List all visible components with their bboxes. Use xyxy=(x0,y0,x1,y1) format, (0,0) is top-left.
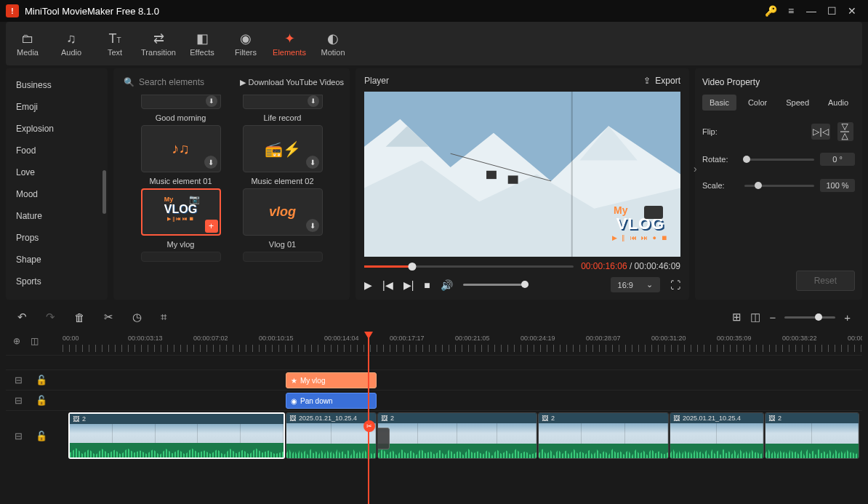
hamburger-menu-icon[interactable]: ≡ xyxy=(781,1,801,21)
volume-slider[interactable] xyxy=(463,284,529,286)
flip-horizontal-button[interactable]: ▷|◁ xyxy=(811,124,830,140)
element-thumb-myvlog[interactable]: My 📷 VLOG ▶ ‖ ⏮ ⏭ ⏹ + xyxy=(141,188,221,236)
category-item[interactable]: Explosion xyxy=(16,118,108,140)
category-item[interactable]: Nature xyxy=(16,205,108,227)
video-clip-6[interactable]: 🖼2 xyxy=(765,412,859,459)
export-button[interactable]: ⇪Export xyxy=(643,76,680,86)
scrollbar-thumb[interactable] xyxy=(103,170,106,214)
rotate-slider[interactable] xyxy=(744,159,814,161)
delete-button[interactable]: 🗑 xyxy=(74,311,85,324)
mute-track-icon[interactable]: ⊟ xyxy=(15,375,23,385)
tab-audio-prop[interactable]: Audio xyxy=(821,95,856,111)
download-icon[interactable]: ⬇ xyxy=(206,95,217,107)
add-element-button[interactable]: + xyxy=(205,220,218,233)
zoom-in-button[interactable]: + xyxy=(844,311,851,324)
main-toolbar: 🗀Media ♫Audio TTText ⇄Transition ◧Effect… xyxy=(6,22,862,65)
snap-toggle[interactable]: ⊞ xyxy=(732,311,742,324)
zoom-out-button[interactable]: − xyxy=(769,311,776,324)
track-options-button[interactable]: ◫ xyxy=(31,336,39,346)
track-toggle[interactable]: ◫ xyxy=(750,311,760,324)
prev-frame-button[interactable]: |◀ xyxy=(382,279,393,291)
next-frame-button[interactable]: ▶| xyxy=(403,279,414,291)
download-icon[interactable]: ⬇ xyxy=(204,156,217,169)
element-thumb-vlog01[interactable]: vlog⬇ xyxy=(243,188,323,236)
tab-audio[interactable]: ♫Audio xyxy=(49,22,93,65)
scale-value[interactable]: 100 % xyxy=(820,179,855,192)
maximize-button[interactable]: ☐ xyxy=(821,1,842,21)
zoom-slider[interactable] xyxy=(784,316,835,319)
category-item[interactable]: Food xyxy=(16,140,108,161)
element-thumb-life-record[interactable]: ⬇ xyxy=(243,95,323,109)
tab-motion[interactable]: ◐Motion xyxy=(311,22,355,65)
mute-track-icon[interactable]: ⊟ xyxy=(15,431,23,441)
tab-filters[interactable]: ◉Filters xyxy=(224,22,268,65)
mute-track-icon[interactable]: ⊟ xyxy=(15,395,23,406)
element-thumb-partial[interactable] xyxy=(141,252,221,262)
redo-button[interactable]: ↷ xyxy=(46,311,55,324)
timeline: ⊕ ◫ 00:00 00:00:03:13 00:00:07:02 00:00:… xyxy=(6,333,862,461)
tab-effects[interactable]: ◧Effects xyxy=(180,22,224,65)
reset-button[interactable]: Reset xyxy=(796,271,855,291)
aspect-ratio-select[interactable]: 16:9⌄ xyxy=(611,277,660,292)
speed-button[interactable]: ◷ xyxy=(132,311,142,324)
download-icon[interactable]: ⬇ xyxy=(306,219,319,232)
download-youtube-link[interactable]: ▶ Download YouTube Videos xyxy=(240,78,345,87)
image-icon: 🖼 xyxy=(289,415,296,422)
tab-text[interactable]: TTText xyxy=(93,22,137,65)
minimize-button[interactable]: — xyxy=(801,1,821,21)
playback-progress[interactable] xyxy=(364,265,574,268)
video-clip-3[interactable]: 🖼2 xyxy=(377,412,537,459)
play-button[interactable]: ▶ xyxy=(364,279,372,291)
element-thumb-music2[interactable]: 📻⚡⬇ xyxy=(243,125,323,172)
undo-button[interactable]: ↶ xyxy=(17,311,27,324)
category-item[interactable]: Sports xyxy=(16,271,108,292)
transition-handle[interactable] xyxy=(377,428,390,449)
element-thumb-partial[interactable] xyxy=(243,252,323,262)
activate-key-icon[interactable]: 🔑 xyxy=(760,1,781,21)
tab-elements[interactable]: ✦Elements xyxy=(268,22,311,65)
image-icon: 🖼 xyxy=(73,415,79,423)
expand-properties-icon[interactable]: › xyxy=(694,163,697,175)
stop-button[interactable]: ■ xyxy=(424,279,430,291)
volume-button[interactable]: 🔊 xyxy=(441,279,453,291)
rotate-value[interactable]: 0 ° xyxy=(820,153,855,166)
flip-vertical-button[interactable]: ▷|◁ xyxy=(837,122,853,141)
category-item[interactable]: Emoji xyxy=(16,96,108,118)
video-clip-5[interactable]: 🖼2025.01.21_10.25.4 xyxy=(670,412,764,459)
fullscreen-button[interactable]: ⛶ xyxy=(670,279,680,291)
category-item[interactable]: Mood xyxy=(16,183,108,205)
tab-speed[interactable]: Speed xyxy=(779,95,816,111)
video-preview[interactable]: My VLOG ▶ ‖ ⏮ ⏭ ● ⏹ xyxy=(364,92,680,257)
element-clip[interactable]: ★My vlog xyxy=(286,372,377,388)
playhead[interactable] xyxy=(368,333,369,504)
crop-button[interactable]: ⌗ xyxy=(161,311,166,324)
lock-track-icon[interactable]: 🔓 xyxy=(36,395,47,406)
element-thumb-music1[interactable]: ♪♫⬇ xyxy=(141,125,221,172)
tab-basic[interactable]: Basic xyxy=(702,95,736,111)
element-thumb-good-morning[interactable]: ⬇ xyxy=(141,95,221,109)
video-clip-1[interactable]: 🖼2 xyxy=(68,412,285,459)
video-clip-2[interactable]: 🖼2025.01.21_10.25.4 xyxy=(286,412,377,459)
category-item[interactable]: Props xyxy=(16,227,108,249)
category-item[interactable]: Shape xyxy=(16,249,108,271)
category-item[interactable]: Love xyxy=(16,161,108,183)
category-item[interactable]: Business xyxy=(16,74,108,96)
search-input[interactable]: 🔍 Search elements xyxy=(119,74,233,90)
cut-marker-icon[interactable]: ✂ xyxy=(363,420,375,432)
download-icon[interactable]: ⬇ xyxy=(308,95,319,107)
music-note-icon: ♫ xyxy=(66,31,76,47)
tab-media[interactable]: 🗀Media xyxy=(6,22,49,65)
scale-slider[interactable] xyxy=(744,185,814,187)
flip-label: Flip: xyxy=(702,127,739,136)
lock-track-icon[interactable]: 🔓 xyxy=(36,375,47,385)
tab-color[interactable]: Color xyxy=(741,95,774,111)
add-track-button[interactable]: ⊕ xyxy=(13,336,20,346)
motion-clip[interactable]: ◉Pan down xyxy=(286,393,377,409)
video-clip-4[interactable]: 🖼2 xyxy=(538,412,669,459)
download-icon[interactable]: ⬇ xyxy=(306,156,319,169)
split-button[interactable]: ✂ xyxy=(104,311,113,324)
time-ruler[interactable]: ⊕ ◫ 00:00 00:00:03:13 00:00:07:02 00:00:… xyxy=(6,333,862,355)
close-button[interactable]: ✕ xyxy=(842,1,862,21)
tab-transition[interactable]: ⇄Transition xyxy=(137,22,180,65)
lock-track-icon[interactable]: 🔓 xyxy=(36,431,47,441)
